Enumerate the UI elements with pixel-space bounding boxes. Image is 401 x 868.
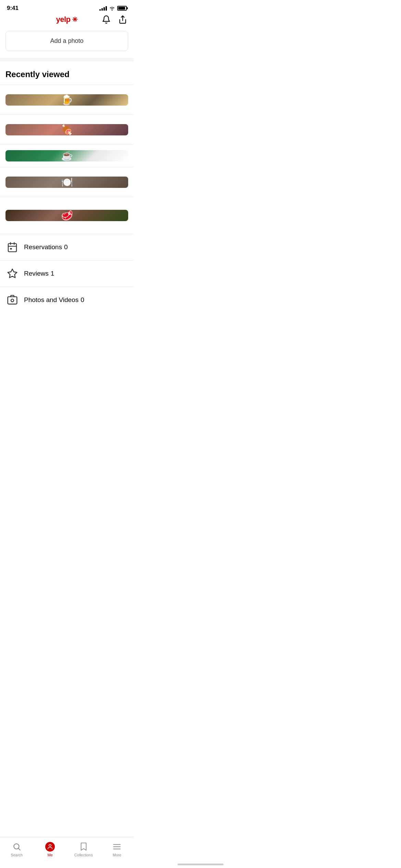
app-header: yelp ✳ [0,14,134,27]
star-icon [5,267,19,280]
photo-icon [5,293,19,307]
status-right-icons [99,6,127,11]
reviews-label: Reviews [24,270,49,277]
signal-icon [99,6,107,11]
reservations-label: Reservations [24,243,62,251]
status-time: 9:41 [7,5,19,12]
notification-button[interactable] [101,14,112,25]
list-item[interactable]: 🍖 Rail Haus 92 N West St, Dover, DE 1990… [0,114,134,144]
thumb-emoji: 🍺 [61,94,73,106]
svg-rect-5 [10,248,12,250]
svg-marker-6 [8,269,17,278]
reviews-count: 1 [51,270,54,277]
photos-videos-label: Photos and Videos [24,296,78,304]
add-photo-button[interactable]: Add a photo [5,31,128,51]
status-bar: 9:41 [0,0,134,14]
business-thumbnail: ☕ [5,150,128,161]
reservations-count: 0 [64,243,68,251]
recently-viewed-list: 🍺 Wyoming Tavern 5 N Railroad Ave, Wyomi… [0,85,134,234]
reservations-item[interactable]: Reservations 0 [0,234,134,260]
list-item[interactable]: 🍺 Wyoming Tavern 5 N Railroad Ave, Wyomi… [0,85,134,114]
recently-viewed-header: Recently viewed [0,61,134,85]
share-button[interactable] [117,14,128,25]
photos-videos-item[interactable]: Photos and Videos 0 [0,287,134,313]
yelp-logo: yelp ✳ [56,15,77,24]
main-content: Add a photo Recently viewed 🍺 Wyoming Ta… [0,27,134,344]
business-thumbnail: 🍺 [5,94,128,106]
list-item[interactable]: ☕ Starbucks 1481 N Dupont Hwy, Dover, DE… [0,144,134,167]
photos-videos-count: 0 [81,296,84,304]
svg-point-8 [11,299,14,302]
header-actions [101,14,128,25]
calendar-icon [5,240,19,254]
list-item[interactable]: 🍽️ Sarah's Diner 2222 Governors, 23rd st… [0,167,134,197]
list-item[interactable]: 🥩 Royal Prime Steakhouse 1131 N Dupont H… [0,197,134,234]
section-divider [0,58,134,61]
add-photo-section: Add a photo [0,27,134,58]
thumb-emoji: 🍽️ [61,177,73,188]
reviews-item[interactable]: Reviews 1 [0,260,134,287]
wifi-icon [109,6,115,11]
svg-rect-7 [8,297,17,304]
thumb-emoji: 🍖 [61,124,73,135]
business-thumbnail: 🍽️ [5,177,128,188]
business-thumbnail: 🍖 [5,124,128,135]
svg-rect-1 [8,243,16,252]
thumb-emoji: 🥩 [61,210,73,221]
battery-icon [117,6,127,11]
recently-viewed-title: Recently viewed [5,70,128,79]
business-thumbnail: 🥩 [5,210,128,221]
thumb-emoji: ☕ [61,150,73,161]
activity-section: Reservations 0 Reviews 1 Photos and [0,234,134,313]
